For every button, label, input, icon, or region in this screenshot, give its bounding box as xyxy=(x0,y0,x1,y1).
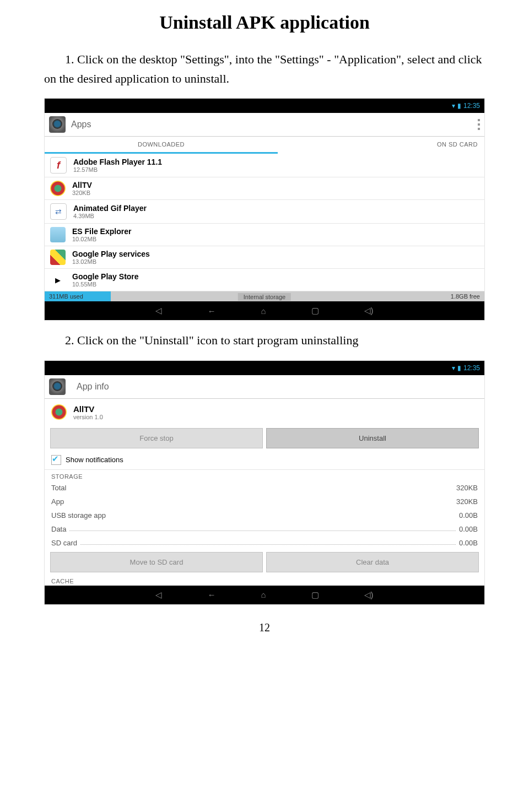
status-time: 12:35 xyxy=(463,102,480,110)
battery-icon: ▮ xyxy=(457,364,461,372)
gif-icon: ⇄ xyxy=(50,203,67,220)
nav-home-icon[interactable]: ⌂ xyxy=(261,306,266,316)
status-bar: ▾ ▮ 12:35 xyxy=(45,99,484,113)
app-size: 10.02MB xyxy=(72,236,131,242)
nav-bar: ◁ ← ⌂ ▢ ◁) xyxy=(45,301,484,320)
app-row[interactable]: ES File Explorer 10.02MB xyxy=(45,224,484,246)
storage-row: Data0.00B xyxy=(45,522,484,536)
flash-icon: f xyxy=(50,157,67,174)
play-services-icon xyxy=(50,250,66,265)
battery-icon: ▮ xyxy=(457,102,461,110)
uninstall-button[interactable]: Uninstall xyxy=(266,428,479,448)
wifi-icon: ▾ xyxy=(452,364,455,372)
page-number: 12 xyxy=(0,621,529,634)
storage-used: 311MB used xyxy=(49,293,83,300)
app-name: ES File Explorer xyxy=(72,227,131,236)
storage-row: SD card0.00B xyxy=(45,536,484,550)
app-size: 320KB xyxy=(72,190,92,196)
app-name: Google Play services xyxy=(72,250,150,258)
app-info-header: App info xyxy=(45,375,484,399)
tab-downloaded[interactable]: DOWNLOADED xyxy=(45,137,278,154)
page-title: Uninstall APK application xyxy=(0,12,529,33)
es-file-icon xyxy=(50,227,66,242)
status-bar: ▾ ▮ 12:35 xyxy=(45,361,484,375)
app-name: AllTV xyxy=(72,181,92,190)
apps-title: Apps xyxy=(71,120,478,129)
storage-label: Internal storage xyxy=(238,293,291,301)
app-info-title: App info xyxy=(77,382,109,392)
nav-volume-up-icon[interactable]: ◁) xyxy=(364,306,374,316)
apps-icon xyxy=(49,378,66,395)
status-time: 12:35 xyxy=(463,364,480,372)
app-row[interactable]: AllTV 320KB xyxy=(45,177,484,200)
clear-data-button[interactable]: Clear data xyxy=(266,552,479,572)
instruction-2: 2. Click on the "Uninstall" icon to star… xyxy=(44,331,485,350)
instruction-1: 1. Click on the desktop "Settings", into… xyxy=(44,50,485,88)
show-notifications-checkbox[interactable]: Show notifications xyxy=(45,451,484,470)
wifi-icon: ▾ xyxy=(452,102,455,110)
move-to-sd-button[interactable]: Move to SD card xyxy=(50,552,263,572)
app-size: 4.39MB xyxy=(73,213,147,219)
app-name: Adobe Flash Player 11.1 xyxy=(73,158,162,166)
selected-app-name: AllTV xyxy=(73,404,103,414)
nav-back-icon[interactable]: ← xyxy=(207,306,215,316)
nav-home-icon[interactable]: ⌂ xyxy=(261,590,266,599)
app-row[interactable]: f Adobe Flash Player 11.1 12.57MB xyxy=(45,154,484,177)
app-name: Google Play Store xyxy=(72,272,139,281)
storage-free: 1.8GB free xyxy=(451,293,480,300)
play-store-icon: ▶ xyxy=(50,272,66,288)
nav-recent-icon[interactable]: ▢ xyxy=(311,590,319,600)
storage-row: Total320KB xyxy=(45,481,484,495)
storage-row: App320KB xyxy=(45,495,484,508)
app-row[interactable]: Google Play services 13.02MB xyxy=(45,246,484,269)
storage-bar: 311MB used Internal storage 1.8GB free xyxy=(45,291,484,301)
overflow-menu-icon[interactable] xyxy=(478,119,480,130)
app-size: 10.55MB xyxy=(72,281,139,288)
checkbox-checked-icon xyxy=(51,455,61,465)
show-notifications-label: Show notifications xyxy=(66,456,123,464)
cache-section-label: CACHE xyxy=(45,575,484,586)
app-row[interactable]: ▶ Google Play Store 10.55MB xyxy=(45,269,484,291)
apps-header: Apps xyxy=(45,113,484,137)
nav-volume-down-icon[interactable]: ◁ xyxy=(155,306,162,316)
selected-app-version: version 1.0 xyxy=(73,414,103,420)
screenshot-apps-list: ▾ ▮ 12:35 Apps DOWNLOADED ON SD CARD f A… xyxy=(44,98,485,321)
nav-bar: ◁ ← ⌂ ▢ ◁) xyxy=(45,586,484,604)
app-name: Animated Gif Player xyxy=(73,204,147,213)
app-row[interactable]: ⇄ Animated Gif Player 4.39MB xyxy=(45,200,484,224)
apps-icon xyxy=(49,116,66,133)
screenshot-app-info: ▾ ▮ 12:35 App info AllTV version 1.0 For… xyxy=(44,360,485,605)
nav-volume-down-icon[interactable]: ◁ xyxy=(155,590,162,600)
app-size: 12.57MB xyxy=(73,166,162,173)
storage-section-label: STORAGE xyxy=(45,470,484,481)
nav-volume-up-icon[interactable]: ◁) xyxy=(364,590,374,600)
alltv-icon xyxy=(50,181,66,196)
nav-back-icon[interactable]: ← xyxy=(207,590,215,599)
storage-row: USB storage app0.00B xyxy=(45,508,484,522)
tabs: DOWNLOADED ON SD CARD xyxy=(45,137,484,154)
nav-recent-icon[interactable]: ▢ xyxy=(311,306,319,316)
alltv-icon xyxy=(51,404,67,420)
force-stop-button[interactable]: Force stop xyxy=(50,428,263,448)
selected-app: AllTV version 1.0 xyxy=(45,399,484,426)
tab-on-sd-card[interactable]: ON SD CARD xyxy=(278,137,484,154)
app-size: 13.02MB xyxy=(72,258,150,265)
